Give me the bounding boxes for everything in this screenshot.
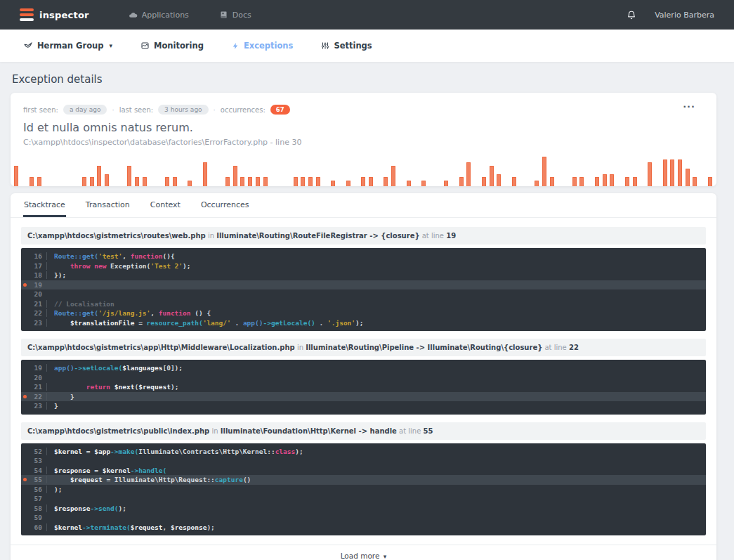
stack-frame-header[interactable]: C:\xampp\htdocs\gistmetrics\public\index… bbox=[21, 422, 706, 440]
chart-bar-slot bbox=[88, 154, 96, 186]
tab-context[interactable]: Context bbox=[150, 193, 181, 217]
code-source: $response = $kernel->handle( bbox=[46, 467, 166, 474]
chart-bar-slot bbox=[510, 154, 518, 186]
exception-file-path: C:\xampp\htdocs\inspector\database\facto… bbox=[23, 138, 704, 147]
chart-bar-slot bbox=[518, 154, 525, 186]
nav-docs[interactable]: Docs bbox=[220, 11, 251, 20]
chart-bar bbox=[421, 181, 426, 186]
detail-tabs: Stacktrace Transaction Context Occurrenc… bbox=[11, 193, 716, 218]
tab-stacktrace[interactable]: Stacktrace bbox=[23, 193, 66, 217]
chart-bar-slot bbox=[209, 154, 216, 186]
code-source: $kernel->terminate($request, $response); bbox=[46, 523, 215, 531]
code-line: 59 bbox=[21, 513, 706, 523]
tab-settings[interactable]: Settings bbox=[321, 41, 372, 51]
chart-bar-slot bbox=[35, 154, 43, 186]
chart-bar-slot bbox=[608, 154, 616, 186]
brand[interactable]: inspector bbox=[20, 8, 89, 21]
chart-bar-slot bbox=[247, 154, 254, 186]
line-number: 20 bbox=[28, 374, 46, 382]
code-line: 23} bbox=[21, 401, 706, 411]
chart-bar bbox=[135, 177, 139, 186]
code-block: 16Route::get('test', function(){17 throw… bbox=[21, 248, 706, 331]
chart-bar-slot bbox=[653, 154, 661, 186]
chart-bar bbox=[30, 177, 34, 186]
chart-bar bbox=[610, 174, 614, 186]
chart-bar bbox=[384, 177, 388, 186]
chart-bar bbox=[369, 177, 373, 186]
nav-applications[interactable]: Applications bbox=[129, 11, 189, 20]
occurrences-bar-chart bbox=[11, 154, 716, 186]
chart-bar bbox=[188, 181, 192, 186]
tab-exceptions[interactable]: Exceptions bbox=[232, 41, 294, 51]
line-number: 22 bbox=[28, 393, 46, 401]
line-number: 20 bbox=[28, 290, 46, 298]
code-line: 18}); bbox=[21, 271, 706, 280]
code-line: 16Route::get('test', function(){ bbox=[21, 252, 706, 261]
chart-bar-slot bbox=[27, 154, 35, 186]
chart-bar-slot bbox=[707, 154, 714, 186]
chart-bar bbox=[14, 166, 18, 186]
chart-bar-slot bbox=[111, 154, 119, 186]
tab-occurrences[interactable]: Occurrences bbox=[200, 193, 250, 217]
chart-bar-slot bbox=[126, 154, 133, 186]
last-seen-value: 3 hours ago bbox=[158, 105, 209, 115]
chart-bar bbox=[595, 177, 599, 186]
chart-bar-slot bbox=[140, 154, 148, 186]
chart-bar-slot bbox=[58, 154, 65, 186]
app-switcher[interactable]: Herman Group ▾ bbox=[23, 41, 112, 51]
line-number: 21 bbox=[28, 383, 46, 391]
line-number: 19 bbox=[28, 281, 46, 289]
line-number: 59 bbox=[28, 514, 46, 521]
chart-bar-slot bbox=[533, 154, 541, 186]
chart-bar-slot bbox=[118, 154, 126, 186]
chart-bar-slot bbox=[480, 154, 488, 186]
chart-bar-slot bbox=[299, 154, 307, 186]
line-number: 17 bbox=[28, 262, 46, 270]
notifications-bell-icon[interactable] bbox=[627, 10, 636, 20]
chart-bar-slot bbox=[601, 154, 608, 186]
user-menu[interactable]: Valerio Barbera bbox=[655, 11, 714, 20]
chart-bar bbox=[670, 159, 674, 186]
ellipsis-menu-icon[interactable]: ··· bbox=[683, 101, 695, 112]
code-block: 52$kernel = $app->make(Illuminate\Contra… bbox=[21, 443, 706, 536]
book-icon bbox=[220, 11, 228, 19]
page-title: Exception details bbox=[12, 73, 723, 86]
code-source: } bbox=[46, 402, 58, 410]
chart-bar bbox=[37, 177, 41, 186]
code-line: 22Route::get('/js/lang.js', function () … bbox=[21, 308, 706, 318]
code-source: }); bbox=[46, 271, 66, 279]
chart-bar bbox=[466, 162, 471, 186]
chart-bar-slot bbox=[171, 154, 178, 186]
chart-bar-slot bbox=[540, 154, 548, 186]
chart-bar-slot bbox=[186, 154, 194, 186]
tab-monitoring[interactable]: Monitoring bbox=[140, 41, 204, 51]
code-source: } bbox=[46, 393, 74, 401]
chart-bar-slot bbox=[405, 154, 412, 186]
last-seen-label: last seen: bbox=[119, 106, 153, 114]
stack-frame-header[interactable]: C:\xampp\htdocs\gistmetrics\routes\web.p… bbox=[21, 227, 706, 245]
chart-bar-slot bbox=[231, 154, 239, 186]
chart-bar-slot bbox=[623, 154, 631, 186]
chart-bar bbox=[143, 177, 147, 186]
top-navbar: inspector Applications Docs Valerio Barb… bbox=[0, 0, 734, 30]
load-more-button[interactable]: Load more ▾ bbox=[11, 545, 716, 560]
chart-bar-slot bbox=[578, 154, 586, 186]
nav-docs-label: Docs bbox=[232, 11, 251, 20]
tab-transaction[interactable]: Transaction bbox=[85, 193, 131, 217]
chart-bar-slot bbox=[329, 154, 337, 186]
chart-bar-slot bbox=[586, 154, 594, 186]
chart-bar-slot bbox=[570, 154, 578, 186]
chart-bar bbox=[444, 181, 448, 186]
chart-bar-slot bbox=[291, 154, 299, 186]
code-source: $request = Illuminate\Http\Request::capt… bbox=[46, 476, 251, 483]
tab-exceptions-label: Exceptions bbox=[244, 41, 294, 51]
meta-separator: · bbox=[214, 106, 216, 114]
chart-bar bbox=[663, 159, 667, 186]
chart-bar-slot bbox=[594, 154, 601, 186]
code-source: Route::get('test', function(){ bbox=[46, 252, 175, 260]
stack-frame-header[interactable]: C:\xampp\htdocs\gistmetrics\app\Http\Mid… bbox=[21, 339, 706, 356]
chart-bar-slot bbox=[503, 154, 511, 186]
code-line: 56); bbox=[21, 485, 706, 495]
chart-bar-slot bbox=[683, 154, 691, 186]
chart-bar bbox=[633, 177, 637, 186]
